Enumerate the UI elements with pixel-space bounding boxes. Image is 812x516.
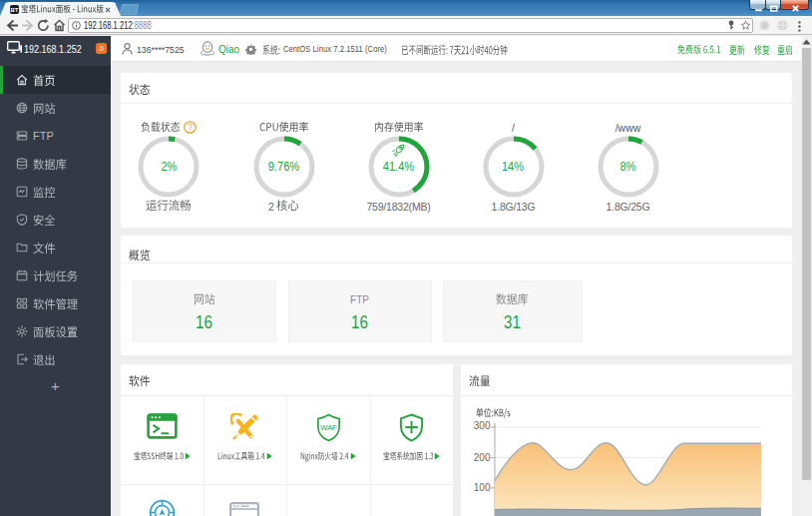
svg-text:?: ? <box>188 122 193 132</box>
svg-text:100: 100 <box>474 482 491 493</box>
svg-text:200: 200 <box>474 452 491 463</box>
svg-text:300: 300 <box>474 420 491 431</box>
svg-text:WAF: WAF <box>320 423 337 432</box>
